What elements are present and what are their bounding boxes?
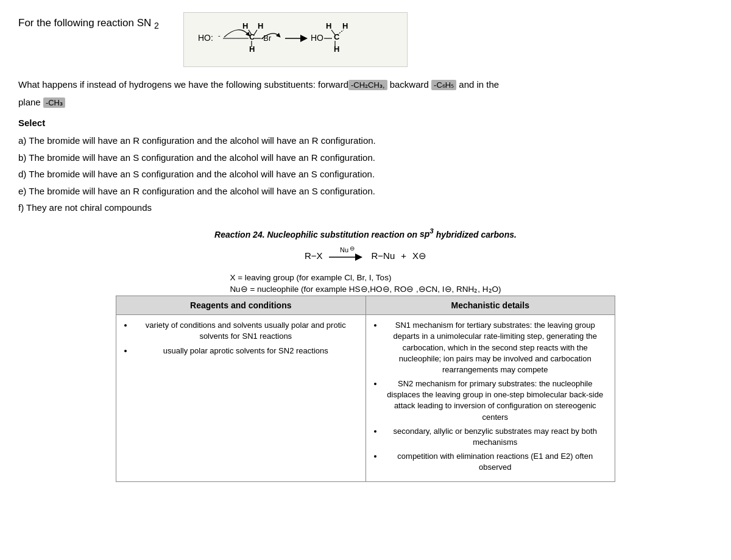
options-list: a) The bromide will have an R configurat… (18, 134, 713, 215)
option-a: a) The bromide will have an R configurat… (18, 134, 713, 148)
reaction-svg: HO: - H H C H -Br (195, 18, 396, 62)
reagent-item-2: usually polar aprotic solvents for SN2 r… (133, 346, 358, 356)
table-body-row: variety of conditions and solvents usual… (116, 315, 615, 481)
equation-product: R−Nu (372, 250, 395, 261)
table-header-reagents: Reagents and conditions (116, 296, 366, 314)
question-text-after: and in the (459, 79, 499, 90)
svg-text:HO: HO (311, 33, 323, 43)
mechanistic-item-4: competition with elimination reactions (… (383, 451, 608, 473)
svg-text:H: H (342, 21, 348, 30)
question-text: What happens if instead of hydrogens we … (18, 78, 713, 92)
svg-text:⊖: ⊖ (350, 246, 355, 252)
equation-arrow: Nu ⊖ (329, 246, 366, 265)
note-x: X = leaving group (for example Cl, Br, I… (230, 273, 501, 282)
reaction24-section: Reaction 24. Nucleophilic substitution r… (18, 227, 713, 482)
svg-text:C: C (334, 32, 340, 41)
option-d: d) The bromide will have an S configurat… (18, 168, 713, 182)
svg-text:HO:: HO: (198, 33, 213, 43)
table-header-mechanistic: Mechanistic details (366, 296, 615, 314)
mechanistic-item-3: secondary, allylic or benzylic substrate… (383, 426, 608, 448)
mechanistic-list: SN1 mechanism for tertiary substrates: t… (373, 320, 608, 473)
reagents-list: variety of conditions and solvents usual… (124, 320, 358, 356)
question-text-plane: plane -CH₃ (18, 96, 713, 110)
svg-text:Nu: Nu (340, 246, 348, 253)
svg-text:H: H (242, 21, 248, 30)
reaction-table: Reagents and conditions Mechanistic deta… (116, 296, 615, 481)
svg-text:H: H (326, 21, 331, 30)
question-text-middle: backward (387, 79, 429, 90)
svg-text:H: H (249, 44, 255, 54)
option-b: b) The bromide will have an S configurat… (18, 151, 713, 165)
sp3-italic: sp3 (420, 229, 434, 239)
equation-leaving: X⊖ (412, 250, 426, 261)
note-nu: Nu⊖ = nucleophile (for example HS⊖,HO⊖, … (230, 284, 501, 294)
option-e: e) The bromide will have an R configurat… (18, 185, 713, 199)
reaction24-title: Reaction 24. Nucleophilic substitution r… (18, 227, 713, 239)
table-header-row: Reagents and conditions Mechanistic deta… (116, 296, 615, 315)
highlight-backward: -C₆H₅ (431, 80, 456, 90)
svg-text:-: - (218, 32, 221, 39)
reagent-item-1: variety of conditions and solvents usual… (133, 320, 358, 342)
plane-label: plane (18, 97, 41, 107)
reaction24-equation: R−X Nu ⊖ R−Nu + X⊖ (18, 246, 713, 265)
option-f: f) They are not chiral compounds (18, 201, 713, 215)
select-label: Select (18, 118, 713, 128)
svg-text:H: H (258, 21, 263, 30)
highlight-plane: -CH₃ (43, 97, 65, 108)
table-cell-mechanistic: SN1 mechanism for tertiary substrates: t… (366, 315, 615, 481)
table-cell-reagents: variety of conditions and solvents usual… (116, 315, 366, 481)
mechanistic-item-2: SN2 mechanism for primary substrates: th… (383, 378, 608, 423)
question-text-before: What happens if instead of hydrogens we … (18, 79, 348, 90)
reaction24-notes: X = leaving group (for example Cl, Br, I… (230, 271, 501, 296)
reaction-image: HO: - H H C H -Br (183, 12, 408, 67)
mechanistic-item-1: SN1 mechanism for tertiary substrates: t… (383, 320, 608, 375)
page-title: For the following reaction SN 2 (18, 12, 159, 30)
equation-plus: + (401, 250, 406, 261)
equation-reactant: R−X (305, 250, 323, 261)
title-section: For the following reaction SN 2 HO: - H … (18, 12, 713, 67)
highlight-forward: -CH₂CH₃, (348, 80, 387, 90)
